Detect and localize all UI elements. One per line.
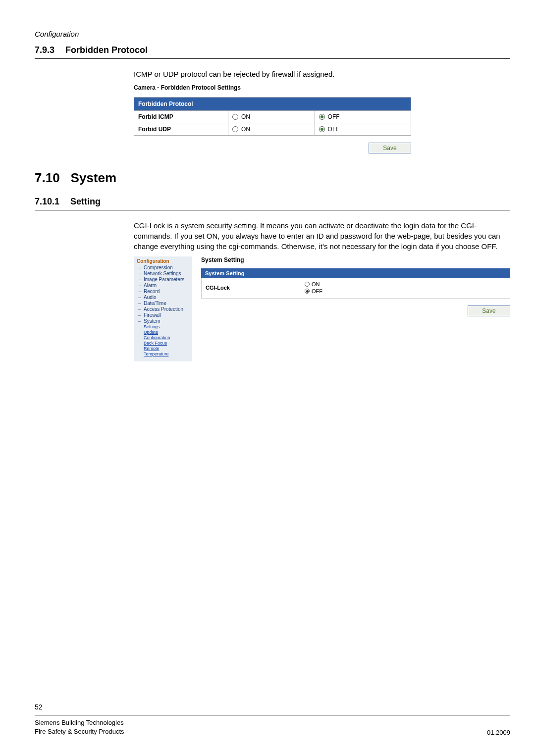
radio-icon[interactable] — [305, 289, 310, 294]
sidebar-sub-settings[interactable]: Settings — [144, 324, 189, 329]
system-table-header: System Setting — [201, 268, 510, 278]
sidebar-item-image[interactable]: →Image Parameters — [137, 277, 189, 282]
on-label: ON — [241, 113, 250, 120]
arrow-icon: → — [137, 295, 142, 300]
arrow-icon: → — [137, 265, 142, 270]
radio-icon[interactable] — [232, 114, 238, 120]
radio-icon[interactable] — [305, 282, 310, 287]
footer-company: Siemens Building Technologies — [35, 718, 124, 727]
page-footer: 52 Siemens Building Technologies Fire Sa… — [35, 703, 510, 736]
sidebar-sub-update[interactable]: Update — [144, 330, 189, 335]
section-7-9-3-heading: 7.9.3 Forbidden Protocol — [35, 45, 510, 59]
forbid-icmp-label: Forbid ICMP — [134, 111, 228, 123]
arrow-icon: → — [137, 271, 142, 276]
forbid-icmp-on-cell: ON — [228, 111, 315, 123]
forbidden-table-header: Forbidden Protocol — [134, 98, 411, 111]
sidebar-item-audio[interactable]: →Audio — [137, 295, 189, 300]
footer-date: 01.2009 — [487, 729, 510, 736]
section-number: 7.10 — [35, 170, 60, 186]
sidebar-item-firewall[interactable]: →Firewall — [137, 312, 189, 318]
sidebar-item-compression[interactable]: →Compression — [137, 265, 189, 270]
section-7-10-heading: 7.10 System — [35, 170, 510, 186]
save-button[interactable]: Save — [468, 305, 510, 316]
section-7-10-1-heading: 7.10.1 Setting — [35, 197, 510, 210]
radio-icon[interactable] — [319, 114, 325, 120]
system-table-row: CGI-Lock ON OFF — [201, 278, 510, 299]
forbidden-panel-title: Camera - Forbidden Protocol Settings — [134, 84, 510, 91]
radio-icon[interactable] — [319, 126, 325, 132]
forbid-udp-on-cell: ON — [228, 123, 315, 136]
off-label: OFF — [328, 113, 340, 120]
sidebar-item-access[interactable]: →Access Protection — [137, 306, 189, 312]
on-label: ON — [312, 281, 320, 287]
footer-division: Fire Safety & Security Products — [35, 727, 124, 736]
arrow-icon: → — [137, 306, 142, 312]
forbid-icmp-off-cell: OFF — [315, 111, 411, 123]
sidebar-item-alarm[interactable]: →Alarm — [137, 283, 189, 288]
arrow-icon: → — [137, 277, 142, 282]
sidebar-item-record[interactable]: →Record — [137, 289, 189, 294]
section-title: Forbidden Protocol — [65, 45, 148, 55]
section-number: 7.10.1 — [35, 197, 59, 207]
arrow-icon: → — [137, 312, 142, 318]
cgi-lock-on-option[interactable]: ON — [305, 281, 322, 287]
page-number: 52 — [35, 703, 510, 711]
cgi-lock-label: CGI-Lock — [206, 285, 285, 291]
system-main: System Setting System Setting CGI-Lock O… — [201, 256, 510, 361]
on-label: ON — [241, 126, 250, 133]
section-title: System — [71, 170, 117, 186]
cgi-lock-off-option[interactable]: OFF — [305, 288, 322, 294]
table-row: Forbid ICMP ON OFF — [134, 111, 411, 123]
page-category: Configuration — [35, 30, 510, 38]
sidebar-sub-backfocus[interactable]: Back Focus — [144, 341, 189, 346]
table-row: Forbid UDP ON OFF — [134, 123, 411, 136]
section-title: Setting — [70, 197, 101, 207]
arrow-icon: → — [137, 301, 142, 306]
system-setting-screenshot: Configuration →Compression →Network Sett… — [134, 256, 510, 361]
arrow-icon: → — [137, 318, 142, 324]
forbidden-protocol-table: Forbidden Protocol Forbid ICMP ON OFF — [134, 97, 411, 136]
arrow-icon: → — [137, 283, 142, 288]
section-7-9-3-body: ICMP or UDP protocol can be rejected by … — [134, 69, 510, 79]
arrow-icon: → — [137, 289, 142, 294]
forbid-udp-label: Forbid UDP — [134, 123, 228, 136]
section-7-10-1-body: CGI-Lock is a system security setting. I… — [134, 220, 510, 252]
sidebar-sub-remote[interactable]: Remote — [144, 346, 189, 351]
off-label: OFF — [328, 126, 340, 133]
sidebar-sub-temperature[interactable]: Temperature — [144, 352, 189, 356]
forbid-udp-off-cell: OFF — [315, 123, 411, 136]
system-main-title: System Setting — [201, 256, 510, 263]
config-sidebar: Configuration →Compression →Network Sett… — [134, 256, 192, 361]
section-number: 7.9.3 — [35, 45, 54, 55]
save-button[interactable]: Save — [369, 143, 411, 153]
sidebar-sub-configuration[interactable]: Configuration — [144, 335, 189, 340]
sidebar-item-system[interactable]: →System — [137, 318, 189, 324]
radio-icon[interactable] — [232, 126, 238, 132]
sidebar-title: Configuration — [137, 258, 189, 264]
sidebar-item-network[interactable]: →Network Settings — [137, 271, 189, 276]
sidebar-item-datetime[interactable]: →Date/Time — [137, 301, 189, 306]
off-label: OFF — [312, 288, 322, 294]
